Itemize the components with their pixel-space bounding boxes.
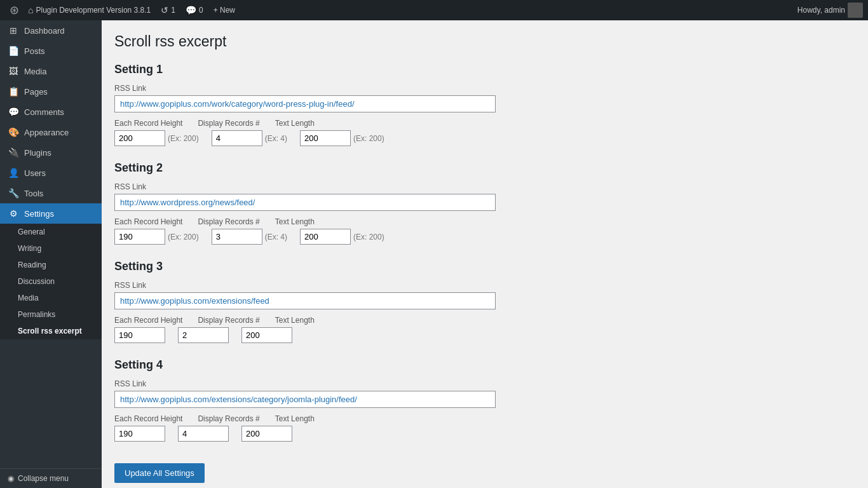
sidebar-item-posts[interactable]: 📄 Posts [0, 41, 102, 61]
fields-inputs-row-1: (Ex: 200) (Ex: 4) (Ex: 200) [114, 130, 855, 146]
submenu-reading[interactable]: Reading [0, 257, 102, 273]
dr-hint-2: (Ex: 4) [265, 233, 287, 241]
submenu-general[interactable]: General [0, 224, 102, 240]
collapse-menu[interactable]: ◉ Collapse menu [0, 468, 102, 488]
setting-block-1: Setting 1 RSS Link Each Record Height Di… [114, 63, 855, 146]
sidebar: ⊞ Dashboard 📄 Posts 🖼 Media 📋 Pages 💬 Co… [0, 20, 102, 488]
rss-link-input-3[interactable] [114, 292, 496, 309]
submenu-writing[interactable]: Writing [0, 240, 102, 257]
text-length-input-3[interactable] [241, 327, 292, 343]
sidebar-item-plugins-label: Plugins [24, 148, 51, 158]
updates-link[interactable]: ↺ 1 [156, 0, 180, 20]
submenu-media[interactable]: Media [0, 290, 102, 306]
record-height-input-2[interactable] [114, 229, 165, 245]
updates-icon: ↺ [161, 5, 168, 15]
dr-input-group-2: (Ex: 4) [212, 229, 287, 245]
settings-icon: ⚙ [8, 208, 19, 219]
rss-link-label-3: RSS Link [114, 281, 855, 290]
setting-block-4: Setting 4 RSS Link Each Record Height Di… [114, 358, 855, 442]
submenu-scroll-rss[interactable]: Scroll rss excerpt [0, 323, 102, 339]
comments-nav-icon: 💬 [8, 107, 19, 117]
text-length-input-1[interactable] [300, 130, 351, 146]
home-icon: ⌂ [28, 5, 33, 15]
submenu-permalinks[interactable]: Permalinks [0, 306, 102, 323]
record-height-group-4: Each Record Height [114, 414, 185, 423]
sidebar-item-comments[interactable]: 💬 Comments [0, 102, 102, 122]
rss-link-label-1: RSS Link [114, 84, 855, 93]
rh-input-group-4 [114, 426, 165, 442]
tools-icon: 🔧 [8, 188, 19, 198]
fields-row-1: Each Record Height Display Records # Tex… [114, 119, 855, 128]
top-bar-right: Howdy, admin [797, 3, 863, 18]
submenu-discussion[interactable]: Discussion [0, 273, 102, 290]
sidebar-item-tools-label: Tools [24, 189, 43, 198]
display-records-input-3[interactable] [178, 327, 229, 343]
record-height-label-3: Each Record Height [114, 316, 182, 325]
sidebar-item-tools[interactable]: 🔧 Tools [0, 183, 102, 203]
setting-block-2: Setting 2 RSS Link Each Record Height Di… [114, 161, 855, 245]
record-height-label-1: Each Record Height [114, 119, 182, 128]
howdy-label: Howdy, admin [797, 6, 845, 15]
text-length-input-2[interactable] [300, 229, 351, 245]
fields-inputs-row-2: (Ex: 200) (Ex: 4) (Ex: 200) [114, 229, 855, 245]
avatar[interactable] [848, 3, 863, 18]
rss-link-input-2[interactable] [114, 194, 496, 211]
plugins-icon: 🔌 [8, 147, 19, 158]
sidebar-item-users[interactable]: 👤 Users [0, 163, 102, 183]
setting-1-heading: Setting 1 [114, 63, 855, 76]
display-records-input-4[interactable] [178, 426, 229, 442]
display-records-label-3: Display Records # [198, 316, 259, 325]
appearance-icon: 🎨 [8, 127, 19, 137]
text-length-group-2: Text Length [275, 217, 317, 226]
display-records-group-4: Display Records # [198, 414, 262, 423]
rss-link-input-4[interactable] [114, 391, 496, 408]
posts-icon: 📄 [8, 46, 19, 56]
sidebar-item-settings[interactable]: ⚙ Settings [0, 203, 102, 224]
display-records-label-1: Display Records # [198, 119, 259, 128]
rss-link-input-1[interactable] [114, 95, 496, 112]
new-link[interactable]: + New [208, 0, 240, 20]
display-records-group-3: Display Records # [198, 316, 262, 325]
text-length-group-4: Text Length [275, 414, 317, 423]
fields-row-4: Each Record Height Display Records # Tex… [114, 414, 855, 423]
site-name-link[interactable]: ⌂ Plugin Development Version 3.8.1 [23, 0, 156, 20]
text-length-label-3: Text Length [275, 316, 315, 325]
comments-icon: 💬 [186, 5, 196, 15]
sidebar-item-appearance[interactable]: 🎨 Appearance [0, 122, 102, 142]
sidebar-item-media-label: Media [24, 67, 46, 76]
new-label: + New [214, 6, 235, 15]
display-records-input-1[interactable] [212, 130, 262, 146]
rss-link-label-2: RSS Link [114, 182, 855, 191]
tl-input-group-1: (Ex: 200) [300, 130, 384, 146]
record-height-input-3[interactable] [114, 327, 165, 343]
top-bar: ⊛ ⌂ Plugin Development Version 3.8.1 ↺ 1… [0, 0, 868, 20]
text-length-label-4: Text Length [275, 414, 315, 423]
sidebar-item-media[interactable]: 🖼 Media [0, 61, 102, 81]
page-title: Scroll rss excerpt [114, 33, 855, 50]
dashboard-icon: ⊞ [8, 25, 19, 36]
tl-input-group-4 [241, 426, 292, 442]
settings-submenu: General Writing Reading Discussion Media… [0, 224, 102, 339]
comments-link[interactable]: 💬 0 [180, 0, 208, 20]
display-records-input-2[interactable] [212, 229, 262, 245]
sidebar-item-dashboard-label: Dashboard [24, 26, 65, 36]
sidebar-item-plugins[interactable]: 🔌 Plugins [0, 142, 102, 163]
pages-icon: 📋 [8, 86, 19, 97]
media-icon: 🖼 [8, 66, 19, 76]
setting-4-heading: Setting 4 [114, 358, 855, 372]
record-height-input-1[interactable] [114, 130, 165, 146]
tl-input-group-3 [241, 327, 292, 343]
setting-block-3: Setting 3 RSS Link Each Record Height Di… [114, 260, 855, 343]
tl-hint-2: (Ex: 200) [353, 233, 384, 241]
record-height-input-4[interactable] [114, 426, 165, 442]
sidebar-item-dashboard[interactable]: ⊞ Dashboard [0, 20, 102, 41]
wp-logo[interactable]: ⊛ [5, 0, 23, 20]
text-length-input-4[interactable] [241, 426, 292, 442]
display-records-label-2: Display Records # [198, 217, 259, 226]
tl-input-group-2: (Ex: 200) [300, 229, 384, 245]
update-all-settings-button[interactable]: Update All Settings [114, 463, 205, 483]
text-length-label-2: Text Length [275, 217, 315, 226]
display-records-group-1: Display Records # [198, 119, 262, 128]
fields-inputs-row-4 [114, 426, 855, 442]
sidebar-item-pages[interactable]: 📋 Pages [0, 81, 102, 102]
